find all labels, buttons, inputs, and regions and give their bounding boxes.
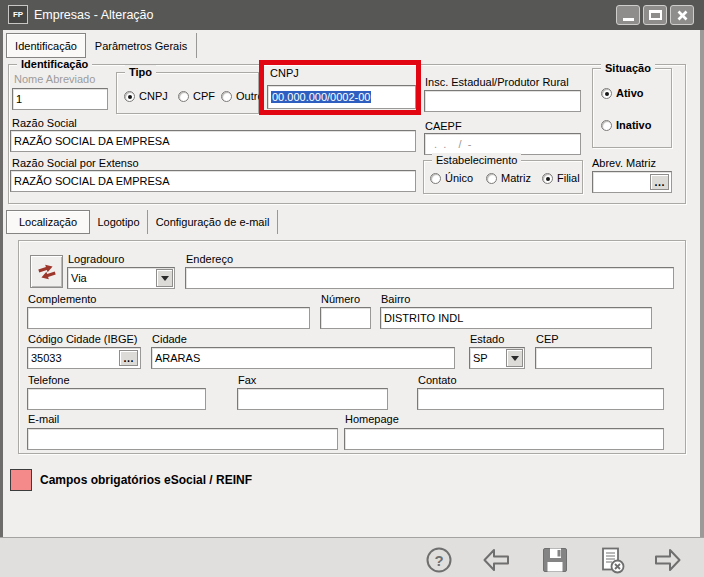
- empresas-dialog: { "window": { "title": "Empresas - Alter…: [0, 0, 704, 577]
- logradouro-value: Via: [71, 272, 87, 284]
- cep-label: CEP: [536, 333, 559, 345]
- help-button[interactable]: ?: [424, 545, 454, 575]
- cidade-label: Cidade: [152, 333, 187, 345]
- close-button[interactable]: [670, 5, 694, 25]
- codigo-cidade-browse-button[interactable]: …: [119, 350, 138, 366]
- insc-estadual-field[interactable]: [424, 90, 581, 112]
- radio-situacao-ativo[interactable]: Ativo: [601, 87, 644, 99]
- tab-localizacao-label: Localização: [19, 216, 77, 228]
- logradouro-label: Logradouro: [68, 253, 124, 265]
- codigo-cidade-value: 35033: [31, 352, 62, 364]
- radio-estab-matriz[interactable]: Matriz: [486, 172, 531, 184]
- tab-configuracao-email[interactable]: Configuração de e-mail: [148, 210, 278, 234]
- minimize-icon: [623, 18, 634, 21]
- radio-icon: [601, 120, 612, 131]
- estado-dropdown-button[interactable]: [506, 349, 523, 367]
- required-fields-legend: Campos obrigatórios eSocial / REINF: [40, 473, 252, 487]
- razao-social-field[interactable]: RAZÃO SOCIAL DA EMPRESA: [10, 130, 416, 152]
- telefone-field[interactable]: [27, 388, 206, 410]
- cancel-record-button[interactable]: [596, 545, 626, 575]
- radio-unico-label: Único: [445, 172, 473, 184]
- radio-tipo-cnpj[interactable]: CNPJ: [124, 90, 168, 102]
- chevron-down-icon: [161, 276, 169, 281]
- endereco-label: Endereço: [186, 253, 233, 265]
- endereco-field[interactable]: [185, 267, 674, 289]
- telefone-label: Telefone: [28, 374, 70, 386]
- razao-social-extenso-label: Razão Social por Extenso: [12, 157, 139, 169]
- save-icon: [540, 545, 570, 575]
- estado-value: SP: [473, 352, 488, 364]
- cidade-value: ARARAS: [155, 352, 200, 364]
- bairro-label: Bairro: [381, 293, 410, 305]
- estado-dropdown[interactable]: SP: [469, 347, 525, 369]
- app-icon: FP: [8, 5, 28, 24]
- codigo-cidade-label: Código Cidade (IBGE): [28, 333, 137, 345]
- window-frame-left: [0, 30, 3, 577]
- radio-estab-unico[interactable]: Único: [430, 172, 473, 184]
- tab-configuracao-email-label: Configuração de e-mail: [156, 216, 270, 228]
- swap-address-button[interactable]: [30, 255, 63, 288]
- abrev-matriz-browse-button[interactable]: …: [650, 174, 669, 190]
- radio-tipo-cpf[interactable]: CPF: [178, 90, 215, 102]
- radio-icon: [124, 91, 135, 102]
- abrev-matriz-field[interactable]: …: [592, 171, 672, 193]
- razao-social-label: Razão Social: [12, 117, 77, 129]
- complemento-field[interactable]: [27, 307, 310, 329]
- email-field[interactable]: [27, 428, 338, 450]
- logradouro-dropdown[interactable]: Via: [67, 267, 175, 289]
- radio-icon: [178, 91, 189, 102]
- homepage-field[interactable]: [344, 428, 664, 450]
- document-cancel-icon: [596, 545, 626, 575]
- radio-situacao-inativo[interactable]: Inativo: [601, 119, 651, 131]
- tab-parametros-gerais-label: Parâmetros Gerais: [95, 40, 187, 52]
- cep-field[interactable]: [535, 347, 652, 369]
- radio-tipo-outro-label: Outro: [236, 90, 264, 102]
- nome-abreviado-value: 1: [16, 93, 22, 105]
- save-button[interactable]: [540, 545, 570, 575]
- radio-tipo-outro[interactable]: Outro: [221, 90, 264, 102]
- tab-identificacao-label: Identificação: [15, 40, 77, 52]
- razao-social-extenso-field[interactable]: RAZÃO SOCIAL DA EMPRESA: [10, 170, 416, 192]
- radio-filial-label: Filial: [557, 172, 580, 184]
- numero-field[interactable]: [320, 307, 371, 329]
- nome-abreviado-field[interactable]: 1: [12, 88, 108, 110]
- radio-estab-filial[interactable]: Filial: [542, 172, 580, 184]
- cnpj-value: 00.000.000/0002-00: [271, 91, 371, 103]
- radio-inativo-label: Inativo: [616, 119, 651, 131]
- swap-arrows-icon: [38, 264, 56, 280]
- estabelecimento-group-label: Estabelecimento: [432, 153, 521, 167]
- cnpj-label: CNPJ: [270, 67, 299, 79]
- insc-estadual-label: Insc. Estadual/Produtor Rural: [425, 76, 569, 88]
- window-frame-right: [700, 30, 704, 577]
- caepf-field[interactable]: . . / -: [424, 133, 581, 155]
- email-label: E-mail: [28, 413, 59, 425]
- next-button[interactable]: [653, 545, 683, 575]
- complemento-label: Complemento: [28, 293, 96, 305]
- title-bar: FP Empresas - Alteração: [0, 0, 704, 30]
- fax-field[interactable]: [237, 388, 388, 410]
- tab-parametros-gerais[interactable]: Parâmetros Gerais: [86, 33, 197, 58]
- bairro-field[interactable]: DISTRITO INDL: [380, 307, 652, 329]
- previous-button[interactable]: [481, 545, 511, 575]
- maximize-icon: [649, 10, 662, 20]
- help-icon: ?: [424, 545, 454, 575]
- minimize-button[interactable]: [616, 5, 640, 25]
- caepf-mask: . . / -: [428, 138, 471, 150]
- logradouro-dropdown-button[interactable]: [156, 269, 173, 287]
- razao-social-value: RAZÃO SOCIAL DA EMPRESA: [14, 135, 169, 147]
- identificacao-group-label: Identificação: [17, 57, 92, 71]
- cidade-field[interactable]: ARARAS: [151, 347, 455, 369]
- tab-localizacao[interactable]: Localização: [6, 210, 90, 234]
- maximize-button[interactable]: [643, 5, 667, 25]
- radio-icon: [542, 173, 553, 184]
- situacao-group-label: Situação: [601, 61, 655, 75]
- contato-field[interactable]: [417, 388, 664, 410]
- cnpj-field[interactable]: 00.000.000/0002-00: [267, 85, 416, 109]
- nome-abreviado-label: Nome Abreviado: [14, 73, 95, 85]
- tab-identificacao[interactable]: Identificação: [6, 33, 86, 58]
- close-icon: [677, 10, 688, 21]
- radio-tipo-cpf-label: CPF: [193, 90, 215, 102]
- tab-logotipo[interactable]: Logotipo: [90, 210, 148, 234]
- radio-icon: [486, 173, 497, 184]
- codigo-cidade-field[interactable]: 35033 …: [27, 347, 141, 369]
